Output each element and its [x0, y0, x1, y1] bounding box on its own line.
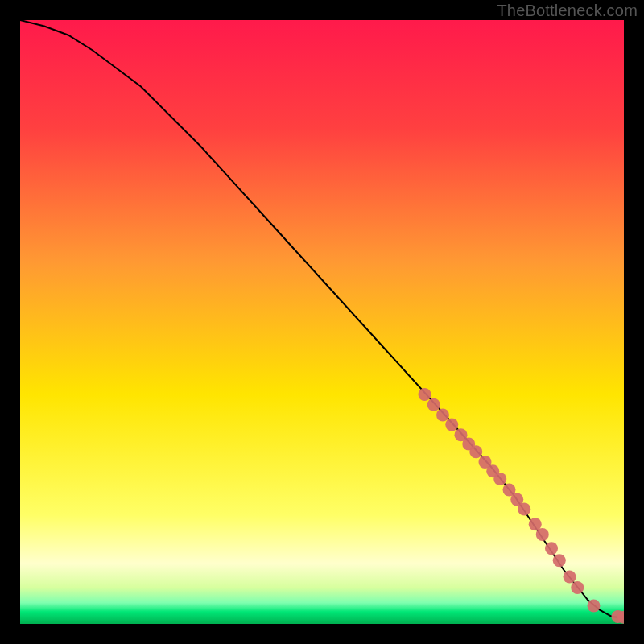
plot-area: [20, 20, 624, 624]
data-marker: [553, 554, 566, 567]
data-marker: [427, 398, 440, 411]
data-marker: [518, 503, 530, 516]
data-marker: [564, 571, 576, 584]
data-marker: [493, 473, 506, 485]
data-marker: [436, 409, 449, 422]
chart-svg: [20, 20, 624, 624]
data-marker: [469, 445, 482, 458]
data-marker: [419, 388, 431, 401]
data-marker: [588, 600, 601, 613]
watermark-label: TheBottleneck.com: [497, 2, 638, 20]
gradient-background: [20, 20, 624, 624]
data-marker: [445, 419, 458, 431]
data-marker: [536, 528, 549, 541]
data-marker: [545, 542, 558, 555]
data-marker: [571, 581, 584, 594]
chart-frame: TheBottleneck.com: [0, 0, 644, 644]
